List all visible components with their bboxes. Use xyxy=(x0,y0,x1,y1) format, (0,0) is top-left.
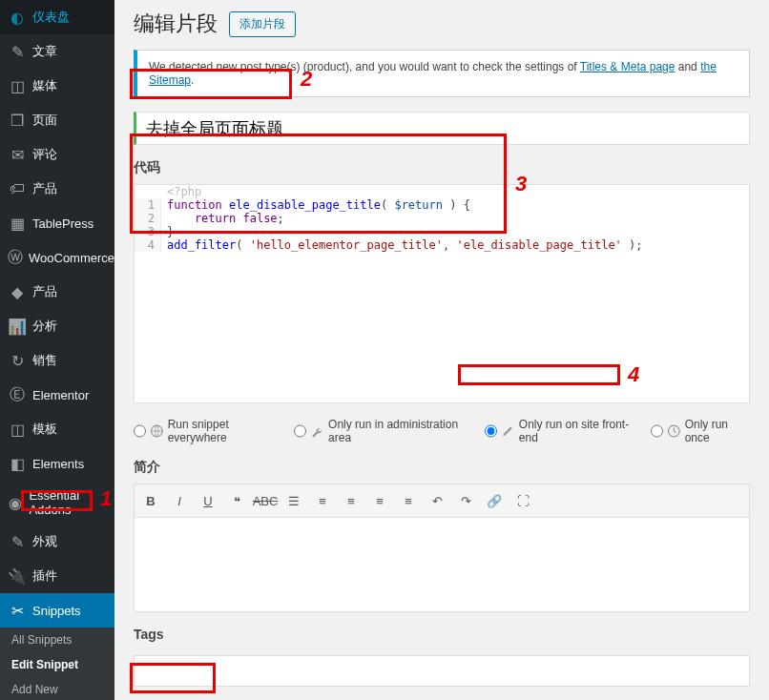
scope-frontend[interactable]: Only run on site front-end xyxy=(485,418,637,444)
sidebar-item-woocommerce[interactable]: ⓦWooCommerce xyxy=(0,240,114,275)
globe-icon xyxy=(150,423,164,439)
dashboard-icon: ◐ xyxy=(8,8,27,27)
sidebar-item-label: 页面 xyxy=(32,112,57,129)
page-header: 编辑片段 添加片段 xyxy=(134,10,750,38)
sidebar-item-label: 销售 xyxy=(32,352,57,369)
line-number: 1 xyxy=(135,198,161,212)
sidebar-item-tablepress[interactable]: ▦TablePress xyxy=(0,206,114,240)
snippet-title-input[interactable] xyxy=(134,112,750,145)
scissors-icon: ✂ xyxy=(8,601,27,620)
quote-button[interactable]: ❝ xyxy=(226,490,247,511)
sidebar-item-media[interactable]: ◫媒体 xyxy=(0,69,114,103)
notice-text: We detected new post type(s) (product), … xyxy=(149,60,580,73)
page-icon: ❐ xyxy=(8,111,27,130)
editor-toolbar: B I U ❝ ABC ☰ ≡ ≡ ≡ ≡ ↶ ↷ 🔗 ⛶ xyxy=(134,484,750,517)
sidebar-item-elementor[interactable]: ⒺElementor xyxy=(0,378,114,412)
sidebar-item-essential-addons[interactable]: ◉Essential Addons xyxy=(0,481,114,525)
align-right-button[interactable]: ≡ xyxy=(398,490,419,511)
line-number: 3 xyxy=(135,225,161,238)
radio-frontend[interactable] xyxy=(485,424,497,438)
tags-input[interactable] xyxy=(134,655,750,687)
code-line-3: } xyxy=(161,225,174,238)
italic-button[interactable]: I xyxy=(169,490,190,511)
snippets-submenu: All Snippets Edit Snippet Add New Import… xyxy=(0,628,114,700)
scope-admin[interactable]: Only run in administration area xyxy=(294,418,471,444)
sidebar-item-products[interactable]: 🏷产品 xyxy=(0,172,114,206)
submenu-all-snippets[interactable]: All Snippets xyxy=(0,628,114,652)
align-left-button[interactable]: ≡ xyxy=(341,490,362,511)
code-line-2: return false; xyxy=(161,212,284,225)
sidebar-item-label: 外观 xyxy=(32,533,57,550)
undo-button[interactable]: ↶ xyxy=(426,490,447,511)
notice-link-titles[interactable]: Titles & Meta page xyxy=(580,60,675,73)
sidebar-item-posts[interactable]: ✎文章 xyxy=(0,34,114,69)
table-icon: ▦ xyxy=(8,214,27,233)
description-editor[interactable] xyxy=(134,517,750,612)
sidebar-item-elements[interactable]: ◧Elements xyxy=(0,446,114,481)
media-icon: ◫ xyxy=(8,76,27,95)
redo-button[interactable]: ↷ xyxy=(455,490,476,511)
align-center-button[interactable]: ≡ xyxy=(369,490,390,511)
sidebar-item-label: 模板 xyxy=(32,421,57,438)
strike-button[interactable]: ABC xyxy=(255,490,276,511)
chart-icon: 📊 xyxy=(8,317,27,336)
sidebar-item-plugins[interactable]: 🔌插件 xyxy=(0,559,114,593)
code-line-1: function ele_disable_page_title( $return… xyxy=(161,198,470,212)
submenu-edit-snippet[interactable]: Edit Snippet xyxy=(0,652,114,677)
submenu-add-new[interactable]: Add New xyxy=(0,677,114,700)
sidebar-item-comments[interactable]: ✉评论 xyxy=(0,137,114,172)
template-icon: ◫ xyxy=(8,420,27,439)
code-label: 代码 xyxy=(134,159,750,176)
comment-icon: ✉ xyxy=(8,145,27,164)
plugin-icon: 🔌 xyxy=(8,566,27,586)
tags-label: Tags xyxy=(134,627,750,642)
ul-button[interactable]: ☰ xyxy=(283,490,304,511)
radio-once[interactable] xyxy=(651,424,663,438)
sidebar-item-label: Elements xyxy=(32,457,84,471)
code-editor[interactable]: <?php 1function ele_disable_page_title( … xyxy=(134,184,750,403)
scope-radios: Run snippet everywhere Only run in admin… xyxy=(134,418,750,444)
fullscreen-button[interactable]: ⛶ xyxy=(512,490,533,511)
sidebar-item-label: WooCommerce xyxy=(29,251,114,265)
elements-icon: ◧ xyxy=(8,454,27,473)
sidebar-item-analytics[interactable]: 📊分析 xyxy=(0,309,114,343)
scope-label: Only run on site front-end xyxy=(519,418,637,444)
sidebar-item-templates[interactable]: ◫模板 xyxy=(0,412,114,446)
add-snippet-button[interactable]: 添加片段 xyxy=(229,11,296,37)
addons-icon: ◉ xyxy=(8,493,23,512)
sidebar-item-label: TablePress xyxy=(32,216,94,231)
radio-admin[interactable] xyxy=(294,424,306,438)
admin-sidebar: ◐仪表盘 ✎文章 ◫媒体 ❐页面 ✉评论 🏷产品 ▦TablePress ⓦWo… xyxy=(0,0,114,700)
sidebar-item-label: 插件 xyxy=(32,567,57,585)
sidebar-item-label: Essential Addons xyxy=(29,488,107,517)
clock-icon xyxy=(667,423,681,439)
sidebar-item-products2[interactable]: ◆产品 xyxy=(0,275,114,309)
sidebar-item-sales[interactable]: ↻销售 xyxy=(0,343,114,378)
sidebar-item-dashboard[interactable]: ◐仪表盘 xyxy=(0,0,114,34)
radio-everywhere[interactable] xyxy=(134,424,146,438)
notice-banner: We detected new post type(s) (product), … xyxy=(134,50,750,97)
sidebar-item-pages[interactable]: ❐页面 xyxy=(0,103,114,137)
sidebar-item-label: Elementor xyxy=(32,388,89,402)
sidebar-item-snippets[interactable]: ✂Snippets xyxy=(0,593,114,628)
sidebar-item-appearance[interactable]: ✎外观 xyxy=(0,525,114,559)
code-line-4: add_filter( 'hello_elementor_page_title'… xyxy=(161,238,643,252)
pin-icon: ✎ xyxy=(8,42,27,61)
wrench-icon xyxy=(310,423,324,439)
link-button[interactable]: 🔗 xyxy=(484,490,505,511)
line-number: 2 xyxy=(135,212,161,225)
scope-everywhere[interactable]: Run snippet everywhere xyxy=(134,418,281,444)
scope-once[interactable]: Only run once xyxy=(651,418,750,444)
notice-mid: and xyxy=(675,60,700,73)
sidebar-item-label: 媒体 xyxy=(32,77,57,94)
brush-icon xyxy=(501,423,515,439)
underline-button[interactable]: U xyxy=(197,490,218,511)
sidebar-item-label: 产品 xyxy=(32,283,57,300)
sales-icon: ↻ xyxy=(8,351,27,370)
bold-button[interactable]: B xyxy=(140,490,161,511)
sidebar-item-label: Snippets xyxy=(32,604,81,618)
ol-button[interactable]: ≡ xyxy=(312,490,333,511)
woo-icon: ⓦ xyxy=(8,248,23,267)
brush-icon: ✎ xyxy=(8,532,27,551)
sidebar-item-label: 文章 xyxy=(32,43,57,60)
